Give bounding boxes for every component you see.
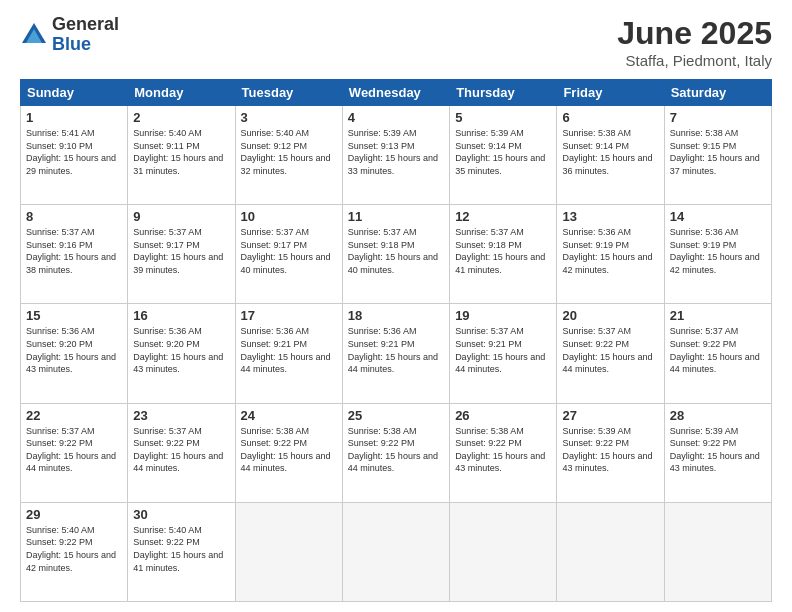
table-row: 16Sunrise: 5:36 AMSunset: 9:20 PMDayligh… [128,304,235,403]
table-row: 11Sunrise: 5:37 AMSunset: 9:18 PMDayligh… [342,205,449,304]
calendar-week-row: 22Sunrise: 5:37 AMSunset: 9:22 PMDayligh… [21,403,772,502]
table-row [664,502,771,601]
table-row: 2Sunrise: 5:40 AMSunset: 9:11 PMDaylight… [128,106,235,205]
table-row: 6Sunrise: 5:38 AMSunset: 9:14 PMDaylight… [557,106,664,205]
table-row: 23Sunrise: 5:37 AMSunset: 9:22 PMDayligh… [128,403,235,502]
table-row: 29Sunrise: 5:40 AMSunset: 9:22 PMDayligh… [21,502,128,601]
table-row [342,502,449,601]
table-row: 18Sunrise: 5:36 AMSunset: 9:21 PMDayligh… [342,304,449,403]
col-monday: Monday [128,80,235,106]
table-row: 19Sunrise: 5:37 AMSunset: 9:21 PMDayligh… [450,304,557,403]
title-block: June 2025 Staffa, Piedmont, Italy [617,15,772,69]
logo-general-text: General [52,15,119,35]
col-friday: Friday [557,80,664,106]
table-row: 8Sunrise: 5:37 AMSunset: 9:16 PMDaylight… [21,205,128,304]
table-row: 22Sunrise: 5:37 AMSunset: 9:22 PMDayligh… [21,403,128,502]
table-row [557,502,664,601]
col-thursday: Thursday [450,80,557,106]
calendar-week-row: 8Sunrise: 5:37 AMSunset: 9:16 PMDaylight… [21,205,772,304]
col-sunday: Sunday [21,80,128,106]
table-row: 21Sunrise: 5:37 AMSunset: 9:22 PMDayligh… [664,304,771,403]
table-row: 4Sunrise: 5:39 AMSunset: 9:13 PMDaylight… [342,106,449,205]
table-row: 5Sunrise: 5:39 AMSunset: 9:14 PMDaylight… [450,106,557,205]
table-row: 17Sunrise: 5:36 AMSunset: 9:21 PMDayligh… [235,304,342,403]
page-title: June 2025 [617,15,772,52]
logo-blue-text: Blue [52,35,119,55]
table-row [235,502,342,601]
calendar-week-row: 15Sunrise: 5:36 AMSunset: 9:20 PMDayligh… [21,304,772,403]
table-row: 20Sunrise: 5:37 AMSunset: 9:22 PMDayligh… [557,304,664,403]
logo-icon [20,21,48,49]
table-row: 25Sunrise: 5:38 AMSunset: 9:22 PMDayligh… [342,403,449,502]
page-location: Staffa, Piedmont, Italy [617,52,772,69]
col-saturday: Saturday [664,80,771,106]
table-row: 3Sunrise: 5:40 AMSunset: 9:12 PMDaylight… [235,106,342,205]
table-row: 7Sunrise: 5:38 AMSunset: 9:15 PMDaylight… [664,106,771,205]
table-row: 1Sunrise: 5:41 AMSunset: 9:10 PMDaylight… [21,106,128,205]
calendar-table: Sunday Monday Tuesday Wednesday Thursday… [20,79,772,602]
calendar-header-row: Sunday Monday Tuesday Wednesday Thursday… [21,80,772,106]
table-row: 26Sunrise: 5:38 AMSunset: 9:22 PMDayligh… [450,403,557,502]
table-row: 27Sunrise: 5:39 AMSunset: 9:22 PMDayligh… [557,403,664,502]
table-row [450,502,557,601]
logo: General Blue [20,15,119,55]
table-row: 28Sunrise: 5:39 AMSunset: 9:22 PMDayligh… [664,403,771,502]
table-row: 12Sunrise: 5:37 AMSunset: 9:18 PMDayligh… [450,205,557,304]
table-row: 10Sunrise: 5:37 AMSunset: 9:17 PMDayligh… [235,205,342,304]
table-row: 24Sunrise: 5:38 AMSunset: 9:22 PMDayligh… [235,403,342,502]
table-row: 13Sunrise: 5:36 AMSunset: 9:19 PMDayligh… [557,205,664,304]
col-wednesday: Wednesday [342,80,449,106]
page-header: General Blue June 2025 Staffa, Piedmont,… [20,15,772,69]
col-tuesday: Tuesday [235,80,342,106]
calendar-week-row: 29Sunrise: 5:40 AMSunset: 9:22 PMDayligh… [21,502,772,601]
calendar-week-row: 1Sunrise: 5:41 AMSunset: 9:10 PMDaylight… [21,106,772,205]
table-row: 30Sunrise: 5:40 AMSunset: 9:22 PMDayligh… [128,502,235,601]
table-row: 9Sunrise: 5:37 AMSunset: 9:17 PMDaylight… [128,205,235,304]
table-row: 14Sunrise: 5:36 AMSunset: 9:19 PMDayligh… [664,205,771,304]
table-row: 15Sunrise: 5:36 AMSunset: 9:20 PMDayligh… [21,304,128,403]
